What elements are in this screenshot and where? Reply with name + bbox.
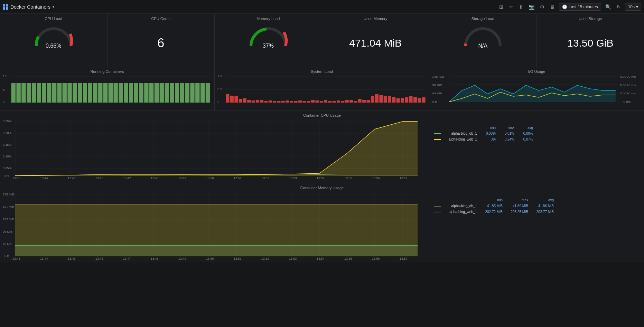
stat-panels-row: CPU Load 0.66% CPU Cores 6	[0, 14, 644, 67]
svg-rect-64	[252, 100, 255, 103]
memory-usage-title: Container Memory Usage	[3, 186, 641, 190]
svg-rect-42	[195, 83, 199, 103]
svg-text:13:55: 13:55	[344, 176, 352, 179]
svg-rect-78	[311, 100, 315, 103]
svg-text:98 KiB: 98 KiB	[432, 84, 442, 87]
svg-rect-70	[277, 101, 281, 103]
time-range-label: Last 15 minutes	[569, 4, 598, 9]
svg-rect-37	[170, 83, 174, 103]
cpu-load-title: CPU Load	[3, 17, 104, 21]
cpu-legend-min-1: 0%	[478, 137, 496, 141]
cpu-legend-min-0: 0.00%	[478, 132, 496, 135]
mem-legend-item-1: alpha-blog_web_1 202.72 MiB 203.25 MiB 2…	[434, 210, 554, 214]
cpu-legend-color-0	[434, 133, 441, 134]
svg-text:13:45: 13:45	[68, 257, 76, 260]
share-icon[interactable]: ⬆	[517, 3, 524, 10]
svg-rect-65	[256, 100, 259, 103]
svg-text:13:47: 13:47	[123, 257, 131, 260]
mem-legend-color-0	[434, 206, 441, 206]
search-icon[interactable]: 🔍	[604, 3, 613, 10]
svg-text:0.0020 ms: 0.0020 ms	[620, 84, 636, 87]
svg-text:48 MiB: 48 MiB	[3, 242, 12, 246]
refresh-icon[interactable]: ↻	[615, 3, 622, 10]
chevron-down-icon[interactable]: ▾	[53, 5, 54, 9]
chevron-down-icon: ▾	[636, 4, 638, 9]
memory-load-gauge: 37%	[248, 23, 289, 48]
mem-legend-min-1: 202.72 MiB	[478, 210, 503, 214]
memory-load-panel: Memory Load 37%	[215, 14, 322, 67]
system-load-panel: System Load 1.0 0.5 0	[215, 67, 429, 110]
svg-rect-93	[375, 94, 379, 103]
svg-rect-9	[27, 83, 31, 103]
svg-rect-59	[230, 96, 234, 103]
mem-legend-max-1: 203.25 MiB	[504, 210, 528, 214]
svg-text:13:54: 13:54	[317, 176, 325, 179]
svg-text:13:49: 13:49	[178, 257, 186, 260]
used-storage-panel: Used Storage 13.50 GiB	[537, 14, 644, 67]
cpu-cores-value: 6	[157, 36, 164, 50]
svg-rect-74	[294, 101, 298, 103]
used-storage-value: 13.50 GiB	[567, 37, 613, 49]
svg-text:0.0030 ms: 0.0030 ms	[620, 75, 636, 78]
svg-rect-22	[93, 83, 97, 103]
svg-rect-68	[269, 100, 272, 103]
svg-rect-95	[384, 96, 387, 103]
memory-usage-panel: Container Memory Usage 238 MiB 191 MiB 1…	[0, 183, 644, 262]
cpu-legend-avg-0: 0.00%	[516, 132, 533, 135]
settings-icon[interactable]: ⚙	[539, 3, 546, 10]
svg-text:238 MiB: 238 MiB	[3, 193, 14, 196]
svg-marker-204	[15, 246, 418, 256]
mem-legend-min-0: 41.85 MiB	[478, 204, 503, 208]
tv-icon[interactable]: 🖥	[549, 3, 556, 10]
cpu-legend-item-1: alpha-blog_web_1 0% 0.24% 0.07%	[434, 137, 533, 141]
svg-rect-99	[401, 98, 404, 103]
io-usage-svg: 146 KiB 98 KiB 49 KiB 0 B 0.0030 ms 0.00…	[432, 75, 641, 104]
svg-rect-96	[388, 96, 391, 103]
svg-rect-24	[103, 83, 108, 103]
svg-text:13:44: 13:44	[40, 257, 48, 260]
star-icon[interactable]: ☆	[507, 3, 515, 10]
svg-text:13:43: 13:43	[12, 257, 20, 260]
svg-rect-69	[273, 101, 276, 103]
add-panel-icon[interactable]: ⊞	[498, 3, 505, 10]
svg-rect-20	[83, 83, 87, 103]
svg-text:0 B: 0 B	[4, 254, 9, 258]
refresh-rate-button[interactable]: 10s ▾	[625, 3, 641, 11]
svg-rect-83	[333, 101, 336, 103]
mem-legend-min-header: min	[478, 198, 503, 202]
io-usage-panel: I/O Usage 146 KiB 98 KiB 49 KiB 0 B 0.00…	[429, 67, 644, 110]
storage-load-gauge: N/A	[462, 23, 504, 48]
svg-rect-43	[200, 83, 205, 103]
svg-text:13:56: 13:56	[372, 257, 380, 260]
mem-legend-max-0: 41.89 MiB	[504, 204, 528, 208]
svg-rect-16	[63, 83, 67, 103]
system-load-chart: 1.0 0.5 0	[217, 75, 426, 108]
svg-rect-30	[134, 83, 138, 103]
svg-rect-28	[124, 83, 128, 103]
svg-rect-84	[337, 100, 340, 103]
mem-legend-item-0: alpha-blog_db_1 41.85 MiB 41.89 MiB 41.8…	[434, 204, 554, 208]
system-load-title: System Load	[217, 69, 426, 74]
memory-usage-svg: 238 MiB 191 MiB 143 MiB 95 MiB 48 MiB 0 …	[3, 191, 431, 260]
docker-icon	[3, 4, 8, 10]
svg-text:13:48: 13:48	[151, 257, 159, 260]
svg-text:13:50: 13:50	[206, 257, 214, 260]
svg-rect-13	[47, 83, 51, 103]
svg-rect-11	[37, 83, 41, 103]
svg-rect-34	[155, 83, 159, 103]
svg-text:13:48: 13:48	[151, 176, 159, 179]
mem-legend-label-1: alpha-blog_web_1	[442, 210, 477, 214]
memory-load-value: 37%	[248, 43, 289, 49]
cpu-legend-headers: min max avg	[434, 126, 533, 129]
svg-text:0.10%: 0.10%	[3, 155, 12, 158]
snapshot-icon[interactable]: 📷	[527, 3, 536, 10]
svg-rect-86	[345, 100, 349, 103]
running-containers-title: Running Containers	[3, 69, 212, 74]
time-range-button[interactable]: 🕐 Last 15 minutes	[559, 3, 601, 11]
svg-rect-98	[396, 98, 400, 103]
svg-rect-79	[316, 100, 319, 103]
cpu-load-panel: CPU Load 0.66%	[0, 14, 108, 67]
svg-marker-159	[15, 122, 418, 176]
svg-rect-41	[190, 83, 194, 103]
svg-text:13:51: 13:51	[234, 257, 242, 260]
